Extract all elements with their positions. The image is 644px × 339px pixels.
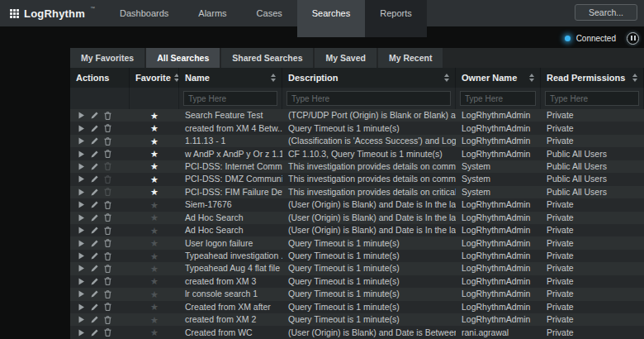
table-row[interactable]: ★ lr console search 1 Query Timeout is 1… — [70, 288, 644, 300]
favorite-star-icon[interactable]: ★ — [150, 264, 159, 274]
run-search-icon[interactable] — [78, 290, 85, 298]
column-header-description[interactable]: Description — [282, 68, 456, 88]
favorite-star-icon[interactable]: ★ — [150, 289, 159, 299]
table-row[interactable]: ★ created from XM 3 Query Timeout is 1 m… — [70, 275, 644, 288]
run-search-icon[interactable] — [78, 227, 85, 234]
favorite-star-icon[interactable]: ★ — [150, 111, 159, 121]
table-row[interactable]: ★ PCI-DSS: FIM Failure Detail This inves… — [70, 186, 644, 198]
delete-icon[interactable] — [104, 328, 111, 337]
table-row[interactable]: ★ Search Feature Test (TCP/UDP Port (Ori… — [70, 109, 644, 122]
edit-icon[interactable] — [91, 316, 98, 323]
favorite-star-icon[interactable]: ★ — [150, 161, 159, 171]
edit-icon[interactable] — [91, 201, 98, 208]
table-row[interactable]: ★ Ad Hoc Search (User (Origin) is Blank)… — [70, 224, 644, 236]
run-search-icon[interactable] — [78, 137, 85, 145]
table-row[interactable]: ★ Typeahead investigation ... Query Time… — [70, 250, 644, 262]
delete-icon[interactable] — [104, 239, 111, 247]
edit-icon[interactable] — [91, 175, 98, 183]
table-row[interactable]: ★ created from XM 4 Betw... Query Timeou… — [70, 122, 644, 134]
run-search-icon[interactable] — [78, 303, 85, 311]
table-row[interactable]: ★ Created from XM after Query Timeout is… — [70, 301, 644, 313]
edit-icon[interactable] — [91, 163, 98, 170]
favorite-star-icon[interactable]: ★ — [150, 174, 159, 184]
delete-icon[interactable] — [104, 252, 111, 260]
table-row[interactable]: ★ 1.11.13 - 1 (Classification is 'Access… — [70, 135, 644, 147]
tab-all-searches[interactable]: All Searches — [146, 48, 220, 68]
column-header-name[interactable]: Name — [179, 68, 282, 88]
favorite-star-icon[interactable]: ★ — [150, 149, 159, 159]
favorite-star-icon[interactable]: ★ — [150, 276, 159, 286]
favorite-star-icon[interactable]: ★ — [150, 238, 159, 248]
sort-arrows-icon[interactable] — [444, 74, 449, 82]
delete-icon[interactable] — [104, 188, 111, 196]
table-row[interactable]: ★ Created from WC (User (Origin) is Blan… — [70, 326, 644, 338]
global-search-button[interactable]: Search... — [575, 4, 637, 21]
edit-icon[interactable] — [91, 240, 98, 247]
table-row[interactable]: ★ Ad Hoc Search (User (Origin) is Blank)… — [70, 212, 644, 224]
table-row[interactable]: ★ PCI-DSS: Internet Comm... This investi… — [70, 160, 644, 173]
edit-icon[interactable] — [91, 112, 98, 119]
edit-icon[interactable] — [91, 265, 98, 272]
edit-icon[interactable] — [91, 329, 98, 337]
sort-arrows-icon[interactable] — [529, 74, 534, 82]
edit-icon[interactable] — [91, 125, 98, 132]
delete-icon[interactable] — [104, 303, 111, 311]
nav-item-dashboards[interactable]: Dashboards — [105, 0, 183, 26]
favorite-star-icon[interactable]: ★ — [150, 327, 159, 337]
tab-my-favorites[interactable]: My Favorites — [70, 48, 144, 68]
run-search-icon[interactable] — [78, 214, 85, 222]
edit-icon[interactable] — [91, 189, 98, 196]
sort-arrows-icon[interactable] — [174, 74, 179, 82]
sort-arrows-icon[interactable] — [632, 74, 637, 82]
sort-arrows-icon[interactable] — [271, 74, 276, 82]
tab-my-recent[interactable]: My Recent — [378, 48, 443, 68]
delete-icon[interactable] — [104, 175, 111, 184]
nav-item-reports[interactable]: Reports — [365, 0, 427, 37]
edit-icon[interactable] — [91, 150, 98, 158]
run-search-icon[interactable] — [78, 240, 85, 247]
favorite-star-icon[interactable]: ★ — [150, 226, 159, 236]
delete-icon[interactable] — [104, 265, 111, 273]
run-search-icon[interactable] — [78, 189, 85, 196]
favorite-star-icon[interactable]: ★ — [150, 187, 159, 197]
run-search-icon[interactable] — [78, 125, 85, 132]
delete-icon[interactable] — [104, 213, 111, 222]
filter-input-name[interactable] — [183, 91, 277, 106]
nav-item-alarms[interactable]: Alarms — [183, 0, 241, 26]
delete-icon[interactable] — [104, 162, 111, 170]
table-row[interactable]: ★ created from XM 2 Query Timeout is 1 m… — [70, 313, 644, 326]
run-search-icon[interactable] — [78, 175, 85, 183]
delete-icon[interactable] — [104, 277, 111, 285]
table-row[interactable]: ★ w AndP x AndP y Or z 1.1... CF 1.10.3,… — [70, 147, 644, 160]
edit-icon[interactable] — [91, 137, 98, 145]
favorite-star-icon[interactable]: ★ — [150, 212, 159, 222]
edit-icon[interactable] — [91, 252, 98, 260]
run-search-icon[interactable] — [78, 265, 85, 272]
run-search-icon[interactable] — [78, 201, 85, 208]
table-row[interactable]: ★ Siem-17676 (User (Origin) is Blank) an… — [70, 198, 644, 211]
edit-icon[interactable] — [91, 227, 98, 234]
nav-item-searches[interactable]: Searches — [297, 0, 365, 37]
table-row[interactable]: ★ User logon failure Query Timeout is 1 … — [70, 236, 644, 249]
column-header-owner-name[interactable]: Owner Name — [456, 68, 541, 88]
run-search-icon[interactable] — [78, 278, 85, 285]
nav-item-cases[interactable]: Cases — [242, 0, 297, 26]
run-search-icon[interactable] — [78, 163, 85, 170]
favorite-star-icon[interactable]: ★ — [150, 302, 159, 312]
edit-icon[interactable] — [91, 303, 98, 311]
favorite-star-icon[interactable]: ★ — [150, 251, 159, 261]
run-search-icon[interactable] — [78, 316, 85, 323]
edit-icon[interactable] — [91, 214, 98, 222]
filter-input-read-permissions[interactable] — [545, 91, 639, 106]
favorite-star-icon[interactable]: ★ — [150, 200, 159, 210]
run-search-icon[interactable] — [78, 112, 85, 119]
table-row[interactable]: ★ Typeahead Aug 4 flat file Query Timeou… — [70, 262, 644, 275]
delete-icon[interactable] — [104, 150, 111, 158]
delete-icon[interactable] — [104, 227, 111, 235]
logo[interactable]: LogRhythm ™ — [0, 0, 105, 26]
delete-icon[interactable] — [104, 290, 111, 298]
favorite-star-icon[interactable]: ★ — [150, 136, 159, 146]
delete-icon[interactable] — [104, 137, 111, 146]
tab-shared-searches[interactable]: Shared Searches — [221, 48, 313, 68]
column-header-read-permissions[interactable]: Read Permissions — [541, 68, 644, 88]
